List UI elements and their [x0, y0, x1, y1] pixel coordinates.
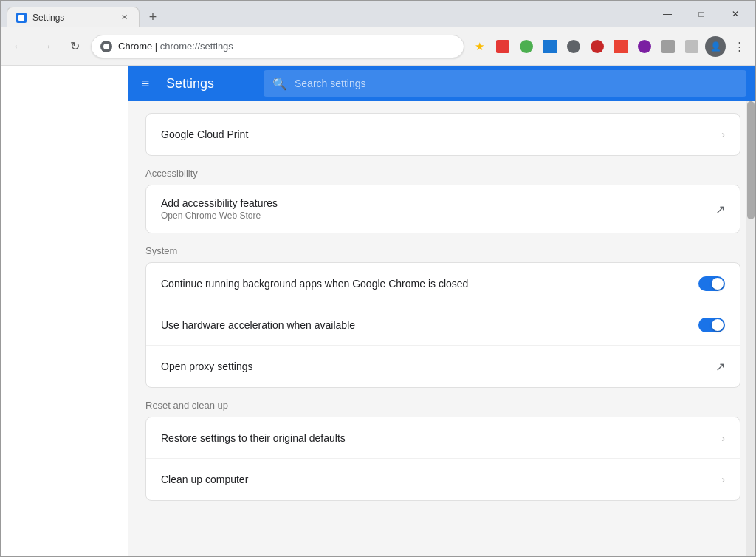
- ext-gmail-icon: [614, 40, 628, 53]
- extension-icon-6[interactable]: [611, 36, 631, 57]
- ext-purple-icon: [638, 40, 651, 53]
- google-cloud-print-item[interactable]: Google Cloud Print ›: [146, 114, 740, 155]
- restore-defaults-arrow: ›: [721, 432, 725, 444]
- system-card: Continue running background apps when Go…: [145, 262, 740, 388]
- google-cloud-print-label: Google Cloud Print: [161, 129, 721, 140]
- ext-green-icon: [520, 40, 533, 53]
- bookmark-star-icon[interactable]: ★: [469, 36, 489, 57]
- restore-defaults-item[interactable]: Restore settings to their original defau…: [146, 417, 740, 459]
- proxy-settings-label: Open proxy settings: [161, 360, 715, 372]
- search-icon: 🔍: [272, 77, 287, 91]
- accessibility-features-text: Add accessibility features Open Chrome W…: [161, 197, 715, 221]
- accessibility-card: Add accessibility features Open Chrome W…: [145, 185, 740, 233]
- hamburger-menu-button[interactable]: ≡: [134, 72, 157, 95]
- ext-grey-icon: [662, 40, 675, 53]
- background-apps-toggle[interactable]: [698, 276, 725, 291]
- url-separator: |: [152, 41, 160, 52]
- ext-dark-icon: [567, 40, 580, 53]
- background-apps-label: Continue running background apps when Go…: [161, 278, 698, 290]
- cleanup-computer-arrow: ›: [721, 474, 725, 485]
- accessibility-section-title: Accessibility: [145, 168, 740, 179]
- cleanup-computer-label: Clean up computer: [161, 474, 721, 485]
- extension-icon-1[interactable]: [492, 36, 513, 57]
- scrollbar-track[interactable]: [746, 101, 755, 556]
- reset-card: Restore settings to their original defau…: [145, 417, 740, 501]
- new-tab-button[interactable]: +: [142, 7, 163, 27]
- reset-section-title: Reset and clean up: [145, 400, 740, 411]
- proxy-external-icon: ↗: [715, 360, 725, 374]
- restore-defaults-label: Restore settings to their original defau…: [161, 432, 721, 444]
- window-controls: — □ ✕: [650, 1, 755, 27]
- url-path: chrome://settings: [160, 41, 233, 52]
- extension-icon-9[interactable]: [681, 36, 702, 57]
- maximize-button[interactable]: □: [684, 4, 718, 24]
- svg-rect-0: [18, 15, 24, 21]
- cleanup-computer-item[interactable]: Clean up computer ›: [146, 459, 740, 500]
- ext-red-icon: [496, 40, 509, 53]
- cleanup-computer-text: Clean up computer: [161, 474, 721, 485]
- search-input[interactable]: [295, 78, 738, 89]
- url-domain: Chrome: [118, 41, 152, 52]
- toggle-knob-2: [712, 319, 724, 331]
- extension-icon-4[interactable]: [563, 36, 584, 57]
- url-display: Chrome | chrome://settings: [118, 41, 455, 52]
- active-tab[interactable]: Settings ✕: [7, 7, 140, 27]
- settings-title-label: Settings: [166, 76, 214, 92]
- main-area: Google Cloud Print › Accessibility Add a…: [128, 101, 755, 556]
- google-cloud-print-arrow: ›: [721, 129, 725, 140]
- accessibility-features-sub: Open Chrome Web Store: [161, 211, 715, 221]
- extension-icon-8[interactable]: [658, 36, 678, 57]
- browser-window: Settings ✕ + — □ ✕ ← → ↻ Chrome | chrome…: [0, 0, 756, 557]
- extension-icon-3[interactable]: [540, 36, 560, 57]
- addressbar: ← → ↻ Chrome | chrome://settings ★ 👤: [1, 27, 755, 66]
- main-content: Google Cloud Print › Accessibility Add a…: [128, 101, 755, 556]
- proxy-settings-item[interactable]: Open proxy settings ↗: [146, 346, 740, 387]
- extension-icon-2[interactable]: [516, 36, 537, 57]
- close-button[interactable]: ✕: [718, 4, 752, 24]
- accessibility-features-label: Add accessibility features: [161, 197, 715, 209]
- security-icon: [100, 41, 112, 52]
- hardware-acceleration-toggle[interactable]: [698, 318, 725, 332]
- tab-title: Settings: [32, 13, 112, 23]
- extension-icon-7[interactable]: [634, 36, 655, 57]
- system-section-title: System: [145, 245, 740, 256]
- ext-red2-icon: [591, 40, 604, 53]
- ext-blue-icon: [543, 40, 557, 53]
- search-bar[interactable]: 🔍: [264, 70, 746, 97]
- scrollbar-thumb[interactable]: [747, 101, 755, 219]
- omnibox[interactable]: Chrome | chrome://settings: [91, 35, 464, 58]
- tab-close-button[interactable]: ✕: [118, 12, 130, 24]
- proxy-settings-text: Open proxy settings: [161, 360, 715, 372]
- google-cloud-print-text: Google Cloud Print: [161, 129, 721, 140]
- restore-defaults-text: Restore settings to their original defau…: [161, 432, 721, 444]
- back-button[interactable]: ←: [7, 35, 30, 58]
- tab-strip: Settings ✕ +: [1, 7, 650, 27]
- settings-body: ≡ Settings 🔍 Goog: [1, 66, 755, 556]
- svg-point-1: [103, 44, 109, 49]
- accessibility-features-item[interactable]: Add accessibility features Open Chrome W…: [146, 185, 740, 233]
- titlebar: Settings ✕ + — □ ✕: [1, 1, 755, 27]
- search-bar-wrap: 🔍: [255, 66, 755, 101]
- profile-icon[interactable]: 👤: [705, 36, 726, 57]
- sidebar: [1, 66, 128, 556]
- toggle-knob-1: [712, 278, 724, 290]
- toolbar-icons: ★ 👤 ⋮: [469, 36, 749, 57]
- chrome-menu-button[interactable]: ⋮: [729, 36, 749, 57]
- background-apps-item[interactable]: Continue running background apps when Go…: [146, 263, 740, 304]
- hardware-acceleration-item[interactable]: Use hardware acceleration when available: [146, 304, 740, 346]
- background-apps-text: Continue running background apps when Go…: [161, 278, 698, 290]
- ext-grey2-icon: [685, 40, 698, 53]
- forward-button[interactable]: →: [35, 35, 58, 58]
- google-cloud-print-card: Google Cloud Print ›: [145, 113, 740, 156]
- extension-icon-5[interactable]: [587, 36, 608, 57]
- sidebar-header: ≡ Settings: [128, 66, 255, 101]
- accessibility-external-icon: ↗: [715, 202, 725, 216]
- hardware-acceleration-text: Use hardware acceleration when available: [161, 319, 698, 331]
- tab-favicon: [16, 13, 27, 23]
- minimize-button[interactable]: —: [650, 4, 684, 24]
- settings-topbar: ≡ Settings 🔍: [128, 66, 755, 101]
- reload-button[interactable]: ↻: [63, 35, 86, 58]
- hardware-acceleration-label: Use hardware acceleration when available: [161, 319, 698, 331]
